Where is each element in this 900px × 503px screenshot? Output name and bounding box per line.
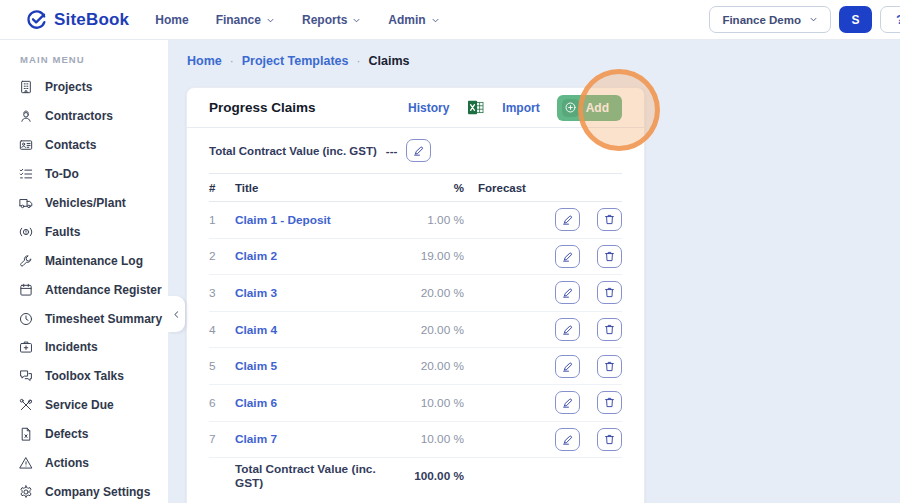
calendar-icon xyxy=(18,282,34,298)
delete-row-button[interactable] xyxy=(597,208,622,231)
row-percent: 20.00 % xyxy=(392,323,464,337)
claims-table: # Title % Forecast 1 Claim 1 - Deposit 1… xyxy=(209,173,622,494)
sidebar-item-label: Service Due xyxy=(45,398,114,412)
history-button[interactable]: History xyxy=(408,101,449,115)
sidebar-item-vehicles-plant[interactable]: Vehicles/Plant xyxy=(0,189,168,218)
sidebar-item-label: Vehicles/Plant xyxy=(45,196,126,210)
row-actions xyxy=(530,355,622,378)
breadcrumb-home[interactable]: Home xyxy=(187,54,222,68)
nav-item-label: Reports xyxy=(302,13,347,27)
breadcrumb: Home·Project Templates·Claims xyxy=(168,40,900,68)
nav-item-home[interactable]: Home xyxy=(155,13,188,27)
nav-item-reports[interactable]: Reports xyxy=(302,13,361,27)
account-selector-button[interactable]: Finance Demo xyxy=(709,6,831,33)
sidebar-item-company-settings[interactable]: Company Settings xyxy=(0,477,168,503)
delete-row-button[interactable] xyxy=(597,281,622,304)
edit-row-button[interactable] xyxy=(555,318,580,341)
row-number: 7 xyxy=(209,432,235,446)
pencil-icon xyxy=(412,144,425,157)
claim-link[interactable]: Claim 5 xyxy=(235,359,392,373)
sidebar-item-contacts[interactable]: Contacts xyxy=(0,131,168,160)
breadcrumb-project-templates[interactable]: Project Templates xyxy=(242,54,349,68)
import-button[interactable]: Import xyxy=(502,101,539,115)
row-percent: 20.00 % xyxy=(392,286,464,300)
table-row: 1 Claim 1 - Deposit 1.00 % xyxy=(209,202,622,239)
avatar[interactable]: S xyxy=(839,6,872,33)
chevron-left-icon xyxy=(171,309,182,320)
header-num: # xyxy=(209,182,235,194)
chat-bubbles-icon xyxy=(18,368,34,384)
footer-total-label: Total Contract Value (inc. GST) xyxy=(235,462,392,490)
brand-logo[interactable]: SiteBook xyxy=(26,9,129,30)
sidebar-item-service-due[interactable]: Service Due xyxy=(0,391,168,420)
pencil-icon xyxy=(561,323,574,336)
claim-link[interactable]: Claim 6 xyxy=(235,396,392,410)
header-forecast: Forecast xyxy=(464,182,530,194)
trash-icon xyxy=(603,360,616,373)
pencil-icon xyxy=(561,250,574,263)
delete-row-button[interactable] xyxy=(597,428,622,451)
sidebar-item-maintenance-log[interactable]: Maintenance Log xyxy=(0,246,168,275)
edit-total-contract-button[interactable] xyxy=(406,139,431,162)
truck-icon xyxy=(18,195,34,211)
add-button-label: Add xyxy=(586,101,609,115)
table-row: 6 Claim 6 10.00 % xyxy=(209,385,622,422)
claim-link[interactable]: Claim 3 xyxy=(235,286,392,300)
table-row: 2 Claim 2 19.00 % xyxy=(209,239,622,276)
sidebar-item-attendance-register[interactable]: Attendance Register xyxy=(0,275,168,304)
sidebar-item-contractors[interactable]: Contractors xyxy=(0,102,168,131)
sidebar: MAIN MENU Projects Contractors Contacts … xyxy=(0,40,168,503)
trash-icon xyxy=(603,286,616,299)
excel-export-button[interactable] xyxy=(466,98,485,117)
nav-item-admin[interactable]: Admin xyxy=(388,13,439,27)
row-number: 2 xyxy=(209,249,235,263)
delete-row-button[interactable] xyxy=(597,245,622,268)
sidebar-item-label: Projects xyxy=(45,80,92,94)
edit-row-button[interactable] xyxy=(555,428,580,451)
delete-row-button[interactable] xyxy=(597,391,622,414)
edit-row-button[interactable] xyxy=(555,245,580,268)
delete-row-button[interactable] xyxy=(597,318,622,341)
row-actions xyxy=(530,245,622,268)
sidebar-item-timesheet-summary[interactable]: Timesheet Summary xyxy=(0,304,168,333)
brand-name: SiteBook xyxy=(54,10,129,30)
trash-icon xyxy=(603,323,616,336)
sitebook-check-logo-icon xyxy=(26,9,47,30)
sidebar-item-label: Actions xyxy=(45,456,89,470)
sidebar-item-label: Maintenance Log xyxy=(45,254,143,268)
claim-link[interactable]: Claim 1 - Deposit xyxy=(235,213,392,227)
sidebar-item-label: Attendance Register xyxy=(45,283,162,297)
trash-icon xyxy=(603,433,616,446)
pencil-icon xyxy=(561,396,574,409)
delete-row-button[interactable] xyxy=(597,355,622,378)
row-percent: 20.00 % xyxy=(392,359,464,373)
add-button[interactable]: Add xyxy=(557,95,622,121)
table-body: 1 Claim 1 - Deposit 1.00 % 2 Claim 2 19.… xyxy=(209,202,622,458)
sidebar-item-toolbox-talks[interactable]: Toolbox Talks xyxy=(0,362,168,391)
edit-row-button[interactable] xyxy=(555,391,580,414)
sidebar-collapse-button[interactable] xyxy=(168,296,185,332)
sidebar-item-to-do[interactable]: To-Do xyxy=(0,160,168,189)
breadcrumb-claims: Claims xyxy=(369,54,410,68)
sidebar-item-faults[interactable]: Faults xyxy=(0,217,168,246)
sidebar-item-incidents[interactable]: Incidents xyxy=(0,333,168,362)
breadcrumb-separator-icon: · xyxy=(357,54,361,68)
chevron-down-icon xyxy=(809,15,818,24)
sidebar-item-label: Defects xyxy=(45,427,88,441)
help-button[interactable]: ? xyxy=(880,6,900,33)
edit-row-button[interactable] xyxy=(555,281,580,304)
table-row: 5 Claim 5 20.00 % xyxy=(209,348,622,385)
claim-link[interactable]: Claim 7 xyxy=(235,432,392,446)
building-icon xyxy=(18,79,34,95)
card-header-actions: History Import xyxy=(408,95,622,121)
sidebar-item-actions[interactable]: Actions xyxy=(0,449,168,478)
nav-item-finance[interactable]: Finance xyxy=(216,13,275,27)
footer-total-percent: 100.00 % xyxy=(392,469,464,483)
sidebar-item-label: Faults xyxy=(45,225,80,239)
claim-link[interactable]: Claim 4 xyxy=(235,323,392,337)
sidebar-item-defects[interactable]: Defects xyxy=(0,420,168,449)
claim-link[interactable]: Claim 2 xyxy=(235,249,392,263)
sidebar-item-projects[interactable]: Projects xyxy=(0,73,168,102)
edit-row-button[interactable] xyxy=(555,355,580,378)
edit-row-button[interactable] xyxy=(555,208,580,231)
